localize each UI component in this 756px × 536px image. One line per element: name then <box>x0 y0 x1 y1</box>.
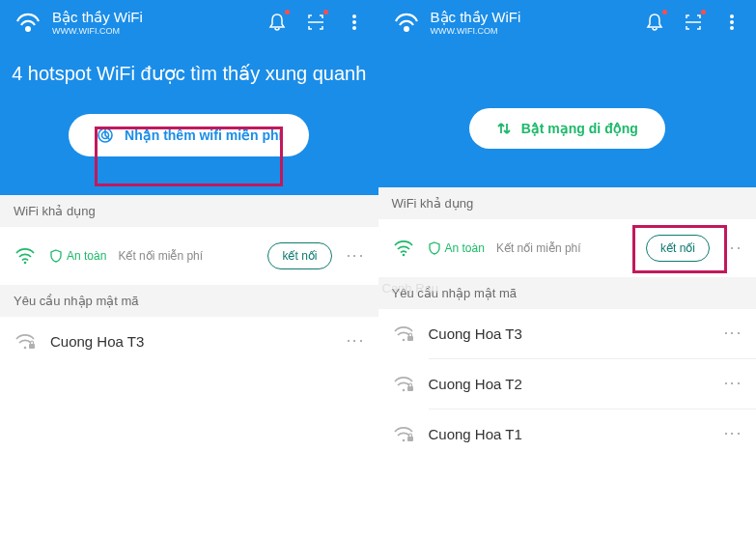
row-more-icon[interactable]: ⋮ <box>723 425 742 443</box>
bell-icon[interactable] <box>644 12 665 33</box>
wifi-signal-lock-icon <box>14 333 37 351</box>
svg-point-16 <box>402 388 405 391</box>
app-title: Bậc thầy WiFi <box>52 9 257 26</box>
svg-point-9 <box>404 26 409 32</box>
row-more-icon[interactable]: ⋮ <box>723 240 742 258</box>
app-title: Bậc thầy WiFi <box>431 9 635 26</box>
wifi-logo-icon <box>392 8 421 37</box>
scan-icon[interactable] <box>305 12 326 33</box>
cta-label: Nhận thêm wifi miễn phí <box>125 127 282 143</box>
svg-point-12 <box>730 26 734 30</box>
panel-right: Bậc thầy WiFi WWW.WIFI.COM Bật mạng di đ… <box>378 0 757 536</box>
wifi-signal-icon <box>14 247 37 265</box>
network-info: An toàn Kết nối miễn phí <box>429 241 632 255</box>
more-icon[interactable] <box>721 12 742 33</box>
wifi-signal-lock-icon <box>392 376 415 393</box>
notification-dot <box>285 10 290 14</box>
svg-point-18 <box>402 438 405 441</box>
header-icons <box>266 12 365 33</box>
svg-rect-19 <box>407 437 413 441</box>
network-name: Cuong Hoa T1 <box>429 426 711 442</box>
network-name: Cuong Hoa T3 <box>50 333 332 350</box>
free-label: Kết nối miễn phí <box>118 249 203 263</box>
scan-dot <box>323 10 328 14</box>
network-info: Cuong Hoa T3 <box>50 333 332 350</box>
shield-icon <box>50 249 62 263</box>
network-info: Cuong Hoa T1 <box>429 426 711 442</box>
locked-networks-section: Yêu cầu nhập mật mã Canh Rau Cuong Hoa T… <box>378 277 757 459</box>
wifi-signal-icon <box>392 240 415 257</box>
app-header: Bậc thầy WiFi WWW.WIFI.COM <box>0 0 378 44</box>
row-more-icon[interactable]: ⋮ <box>723 324 742 343</box>
svg-point-13 <box>402 254 405 257</box>
locked-network-row[interactable]: Cuong Hoa T1 ⋮ <box>378 409 757 459</box>
bell-icon[interactable] <box>266 12 288 33</box>
network-info: Cuong Hoa T3 <box>429 325 711 342</box>
svg-rect-8 <box>29 344 35 349</box>
locked-network-row[interactable]: Cuong Hoa T3 ⋮ <box>378 309 757 358</box>
cta-label: Bật mạng di động <box>521 121 638 136</box>
svg-point-1 <box>352 14 356 18</box>
safe-tag: An toàn <box>50 249 106 263</box>
wifi-signal-lock-icon <box>392 426 415 443</box>
enable-mobile-data-button[interactable]: Bật mạng di động <box>469 108 665 149</box>
svg-point-6 <box>24 262 27 265</box>
svg-point-3 <box>352 26 356 30</box>
connect-button[interactable]: kết nối <box>646 235 710 262</box>
available-label: WiFi khả dụng <box>0 195 378 227</box>
hero-section: Bật mạng di động <box>378 44 757 187</box>
row-more-icon[interactable]: ⋮ <box>723 375 742 393</box>
connect-button[interactable]: kết nối <box>267 242 331 269</box>
locked-network-row[interactable]: Cuong Hoa T2 ⋮ <box>378 359 757 409</box>
panel-left: Bậc thầy WiFi WWW.WIFI.COM 4 hotspot WiF… <box>0 0 378 536</box>
app-subtitle: WWW.WIFI.COM <box>431 26 635 36</box>
network-info: Cuong Hoa T2 <box>429 376 711 392</box>
notification-dot <box>662 10 667 14</box>
hero-text: 4 hotspot WiFi được tìm thấy xung quanh <box>10 62 369 85</box>
updown-arrow-icon <box>496 120 512 137</box>
app-titles: Bậc thầy WiFi WWW.WIFI.COM <box>431 9 635 36</box>
hero-section: 4 hotspot WiFi được tìm thấy xung quanh … <box>0 44 378 195</box>
row-more-icon[interactable]: ⋮ <box>346 247 365 266</box>
row-more-icon[interactable]: ⋮ <box>346 332 365 351</box>
network-name: Cuong Hoa T3 <box>429 325 711 342</box>
app-titles: Bậc thầy WiFi WWW.WIFI.COM <box>52 9 257 36</box>
radar-icon <box>96 126 115 145</box>
network-info: An toàn Kết nối miễn phí <box>50 249 254 263</box>
app-subtitle: WWW.WIFI.COM <box>52 26 257 36</box>
svg-point-0 <box>25 26 31 32</box>
svg-rect-17 <box>407 386 413 391</box>
available-network-row[interactable]: An toàn Kết nối miễn phí kết nối ⋮ <box>0 227 378 285</box>
free-label: Kết nối miễn phí <box>496 241 581 255</box>
svg-rect-15 <box>407 336 413 341</box>
more-icon[interactable] <box>344 12 365 33</box>
available-network-row[interactable]: An toàn Kết nối miễn phí kết nối ⋮ <box>378 219 757 277</box>
header-icons <box>644 12 742 33</box>
safe-label: An toàn <box>445 241 485 255</box>
scan-dot <box>701 10 706 14</box>
svg-point-10 <box>730 14 734 18</box>
svg-point-7 <box>24 346 27 349</box>
safe-label: An toàn <box>67 249 106 263</box>
network-name: Cuong Hoa T2 <box>429 376 711 392</box>
shield-icon <box>429 241 440 255</box>
scan-icon[interactable] <box>683 12 704 33</box>
available-label: WiFi khả dụng <box>378 187 757 219</box>
password-required-label: Yêu cầu nhập mật mã <box>0 285 378 317</box>
svg-point-2 <box>352 20 356 24</box>
wifi-logo-icon <box>14 8 42 37</box>
watermark-text: Canh Rau <box>382 281 439 296</box>
app-header: Bậc thầy WiFi WWW.WIFI.COM <box>378 0 757 44</box>
safe-tag: An toàn <box>429 241 485 255</box>
wifi-signal-lock-icon <box>392 325 415 343</box>
svg-point-14 <box>402 338 405 341</box>
svg-point-11 <box>730 20 734 24</box>
locked-network-row[interactable]: Cuong Hoa T3 ⋮ <box>0 317 378 366</box>
get-more-wifi-button[interactable]: Nhận thêm wifi miễn phí <box>69 114 309 156</box>
